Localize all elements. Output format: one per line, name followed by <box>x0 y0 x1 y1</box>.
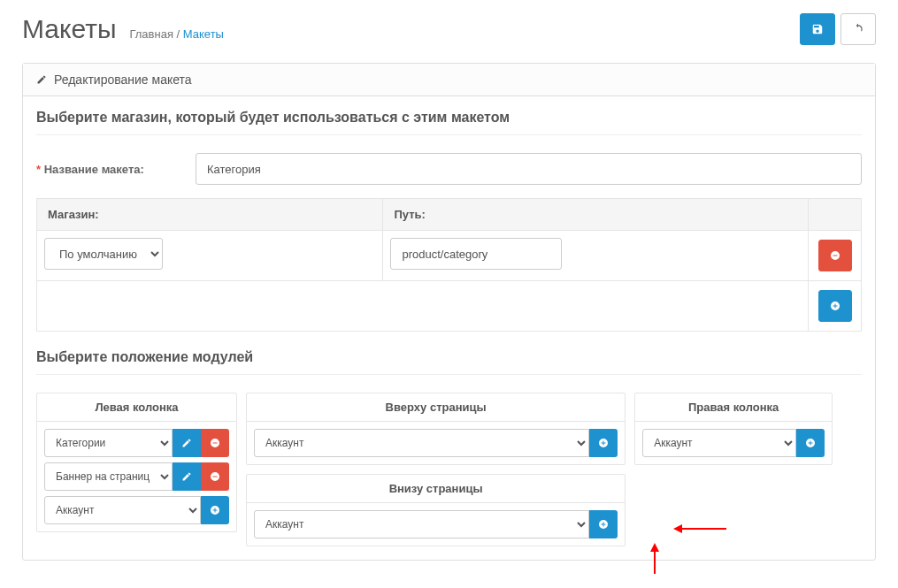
panel-heading: Редактирование макета <box>23 64 875 96</box>
name-label: * Название макета: <box>36 163 178 176</box>
module-row-left-1: Баннер на страниц <box>44 462 229 491</box>
module-row-top-add: Аккаунт <box>254 429 618 457</box>
breadcrumb-current[interactable]: Макеты <box>183 27 224 41</box>
module-select[interactable]: Аккаунт <box>254 429 589 457</box>
content-top-table: Вверху страницы Аккаунт <box>246 393 626 465</box>
left-column-table: Левая колонка Категории Баннер на страни… <box>36 393 237 532</box>
content-bottom-table: Внизу страницы Аккаунт <box>246 474 626 546</box>
content-top-title: Вверху страницы <box>247 393 625 422</box>
route-header-store: Магазин: <box>37 199 383 231</box>
breadcrumb-home[interactable]: Главная <box>129 27 173 41</box>
module-positions: Левая колонка Категории Баннер на страни… <box>36 393 862 546</box>
module-row-right-add: Аккаунт <box>642 429 825 457</box>
add-module-button[interactable] <box>589 429 618 457</box>
breadcrumb: Главная / Макеты <box>129 27 223 41</box>
right-column-table: Правая колонка Аккаунт <box>634 393 833 465</box>
plus-circle-icon <box>210 505 220 515</box>
edit-module-button[interactable] <box>173 429 201 457</box>
module-select[interactable]: Аккаунт <box>642 429 796 457</box>
pencil-icon <box>181 438 192 448</box>
add-module-button[interactable] <box>201 496 229 524</box>
back-arrow-icon <box>852 23 864 35</box>
module-row-left-0: Категории <box>44 429 229 457</box>
edit-panel: Редактирование макета Выберите магазин, … <box>22 63 876 561</box>
module-row-left-add: Аккаунт <box>44 496 229 524</box>
content-bottom-title: Внизу страницы <box>247 475 625 503</box>
save-button[interactable] <box>800 13 835 45</box>
add-module-button[interactable] <box>796 429 825 457</box>
modules-legend: Выберите положение модулей <box>36 349 862 375</box>
module-select[interactable]: Аккаунт <box>44 496 201 524</box>
edit-module-button[interactable] <box>173 462 201 491</box>
pencil-icon <box>36 74 47 85</box>
module-select[interactable]: Аккаунт <box>254 510 589 538</box>
plus-circle-icon <box>830 301 840 311</box>
right-column-title: Правая колонка <box>635 393 832 422</box>
page-header: Макеты Главная / Макеты <box>22 13 876 45</box>
minus-circle-icon <box>830 250 840 261</box>
route-row: По умолчанию <box>37 231 862 281</box>
pencil-icon <box>181 471 192 482</box>
path-input[interactable] <box>390 238 562 270</box>
remove-route-button[interactable] <box>818 240 852 271</box>
minus-circle-icon <box>210 471 220 482</box>
cancel-button[interactable] <box>840 13 876 45</box>
layout-name-input[interactable] <box>196 153 862 185</box>
module-row-bottom-add: Аккаунт <box>254 510 618 538</box>
save-icon <box>811 23 824 35</box>
add-route-button[interactable] <box>818 290 852 322</box>
minus-circle-icon <box>210 438 220 448</box>
annotation-arrow-horizontal <box>673 524 726 533</box>
module-select[interactable]: Категории <box>44 429 173 457</box>
store-select[interactable]: По умолчанию <box>44 238 163 270</box>
page-title: Макеты <box>22 14 116 44</box>
panel-title: Редактирование макета <box>54 73 192 87</box>
plus-circle-icon <box>598 438 609 448</box>
plus-circle-icon <box>598 519 609 530</box>
annotation-arrow-vertical <box>650 543 659 574</box>
remove-module-button[interactable] <box>201 462 229 491</box>
store-legend: Выберите магазин, который будет использо… <box>36 110 862 135</box>
module-select[interactable]: Баннер на страниц <box>44 462 173 491</box>
route-header-path: Путь: <box>383 199 809 231</box>
route-add-row <box>37 281 862 332</box>
add-module-button[interactable] <box>589 510 618 538</box>
route-table: Магазин: Путь: По умолчанию <box>36 198 862 332</box>
plus-circle-icon <box>805 438 816 448</box>
left-column-title: Левая колонка <box>37 393 236 422</box>
remove-module-button[interactable] <box>201 429 229 457</box>
